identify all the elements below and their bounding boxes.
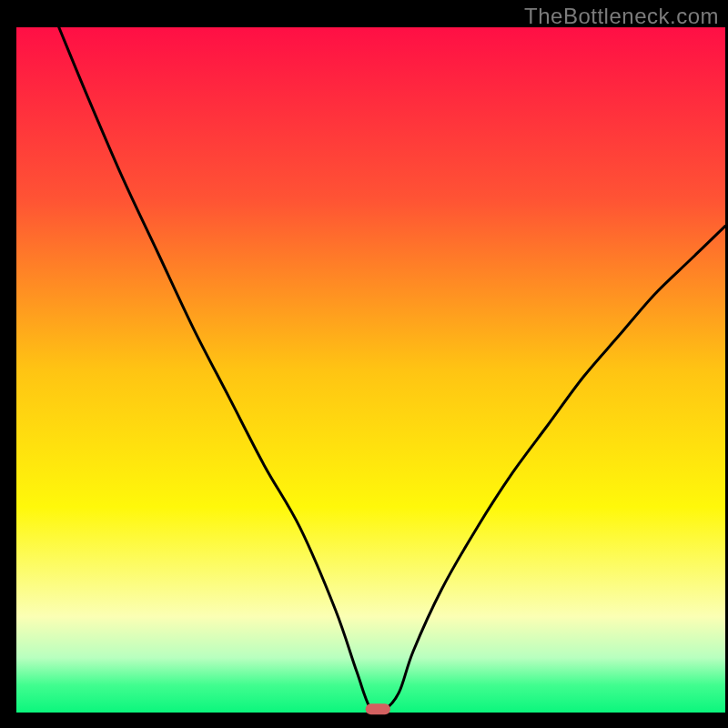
minimum-marker: [366, 703, 390, 714]
chart-frame: TheBottleneck.com: [0, 0, 728, 728]
gradient-plot-area: [16, 27, 725, 713]
watermark-text: TheBottleneck.com: [524, 4, 719, 29]
bottleneck-chart: [0, 0, 728, 728]
